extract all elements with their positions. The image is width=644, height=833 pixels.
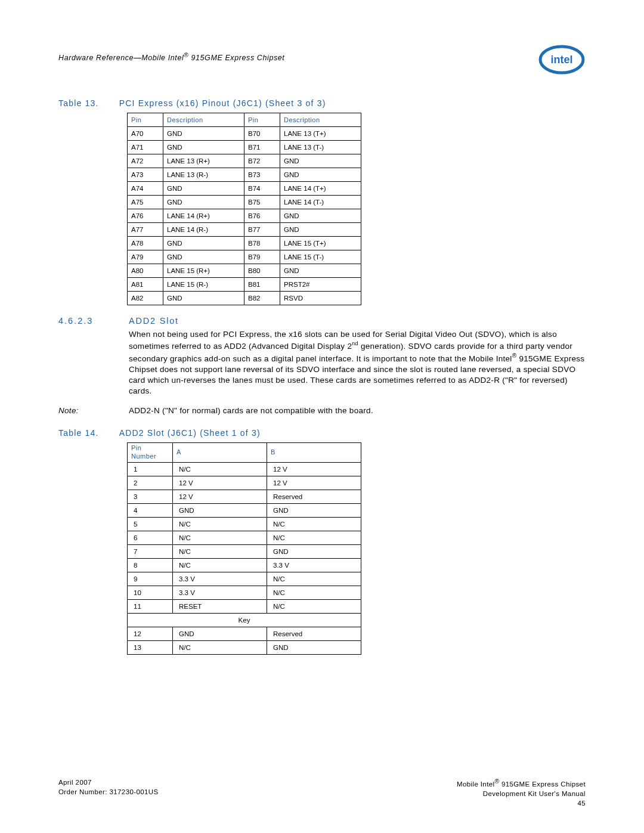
note-row: Note: ADD2-N ("N" for normal) cards are …	[58, 406, 586, 415]
table-cell: GND	[163, 237, 244, 250]
table-cell: N/C	[173, 544, 267, 558]
table13: Pin Description Pin Description A70GNDB7…	[127, 113, 361, 305]
table-cell: LANE 15 (R-)	[163, 278, 244, 292]
table14-header-row: Pin Number A B	[128, 443, 361, 463]
table-row: A81LANE 15 (R-)B81PRST2#	[128, 278, 361, 292]
table-row: A79GNDB79LANE 15 (T-)	[128, 250, 361, 264]
running-head-pre: Hardware Reference—Mobile Intel	[58, 54, 184, 62]
table-cell: LANE 15 (T-)	[280, 250, 361, 264]
table-cell: N/C	[173, 558, 267, 572]
section-paragraph: When not being used for PCI Express, the…	[129, 329, 586, 397]
table-cell: 3.3 V	[173, 586, 267, 599]
table-cell: B76	[244, 209, 280, 223]
table-cell: A79	[128, 250, 163, 264]
table-cell: Reserved	[267, 490, 361, 503]
table-cell: B74	[244, 182, 280, 196]
running-head-post: 915GME Express Chipset	[188, 54, 284, 62]
table-cell: A70	[128, 127, 163, 141]
footer-page-num: 45	[457, 798, 586, 808]
table-cell: LANE 15 (R+)	[163, 264, 244, 278]
table14-caption-text: ADD2 Slot (J6C1) (Sheet 1 of 3)	[119, 428, 261, 438]
intel-logo: intel	[538, 45, 586, 75]
table-cell: LANE 13 (T+)	[280, 127, 361, 141]
table-cell: GND	[163, 141, 244, 154]
section-number: 4.6.2.3	[58, 316, 129, 326]
table-row: 8N/C3.3 V	[128, 558, 361, 572]
table-cell: GND	[163, 182, 244, 196]
table-cell: RESET	[173, 599, 267, 613]
th-col-b: B	[267, 443, 361, 463]
section-title: ADD2 Slot	[129, 316, 179, 326]
table-cell: 3.3 V	[173, 572, 267, 586]
table-cell: 3	[128, 490, 173, 503]
table-cell: 9	[128, 572, 173, 586]
table-cell: B78	[244, 237, 280, 250]
table-cell: 12 V	[173, 490, 267, 503]
table-cell: 5	[128, 517, 173, 531]
table-cell: B71	[244, 141, 280, 154]
table-cell: 11	[128, 599, 173, 613]
table-cell: N/C	[173, 531, 267, 544]
table-cell: A71	[128, 141, 163, 154]
table-cell: B70	[244, 127, 280, 141]
footer-product: Mobile Intel® 915GME Express Chipset	[457, 778, 586, 789]
table-cell: 12 V	[267, 462, 361, 476]
table-row: 312 VReserved	[128, 490, 361, 503]
table-row: A70GNDB70LANE 13 (T+)	[128, 127, 361, 141]
table-cell: N/C	[267, 599, 361, 613]
table14-caption: Table 14.ADD2 Slot (J6C1) (Sheet 1 of 3)	[58, 428, 586, 438]
table-cell: N/C	[267, 586, 361, 599]
table-row: A71GNDB71LANE 13 (T-)	[128, 141, 361, 154]
table-cell: A76	[128, 209, 163, 223]
table-cell: LANE 14 (R+)	[163, 209, 244, 223]
table-row: 13N/CGND	[128, 640, 361, 654]
table14: Pin Number A B 1N/C12 V212 V12 V312 VRes…	[127, 442, 361, 655]
table-cell: LANE 13 (R-)	[163, 168, 244, 182]
table13-caption-text: PCI Express (x16) Pinout (J6C1) (Sheet 3…	[119, 98, 326, 108]
table-cell: GND	[267, 640, 361, 654]
table-cell: GND	[267, 544, 361, 558]
table-cell: LANE 13 (R+)	[163, 154, 244, 168]
intel-logo-icon: intel	[538, 45, 586, 75]
table-cell: LANE 14 (T-)	[280, 196, 361, 209]
table-cell: A73	[128, 168, 163, 182]
table-cell: GND	[173, 503, 267, 517]
table-cell: 6	[128, 531, 173, 544]
table-row: A82GNDB82RSVD	[128, 292, 361, 305]
table-cell: RSVD	[280, 292, 361, 305]
table13-caption: Table 13.PCI Express (x16) Pinout (J6C1)…	[58, 98, 586, 108]
table-cell: B72	[244, 154, 280, 168]
th-pinnum: Pin Number	[128, 443, 173, 463]
table-cell: GND	[280, 209, 361, 223]
footer-product-pre: Mobile Intel	[457, 781, 495, 788]
note-label: Note:	[58, 406, 129, 415]
table-row: A77LANE 14 (R-)B77GND	[128, 223, 361, 237]
table-cell: B82	[244, 292, 280, 305]
footer-product-post: 915GME Express Chipset	[499, 781, 586, 788]
table-row: 11RESETN/C	[128, 599, 361, 613]
table-row: 4GNDGND	[128, 503, 361, 517]
table-cell: GND	[163, 292, 244, 305]
th-pinnum-text: Pin Number	[131, 444, 156, 460]
table-cell: 8	[128, 558, 173, 572]
table-cell: GND	[163, 127, 244, 141]
table-key-row: Key	[128, 613, 361, 627]
table-cell: A78	[128, 237, 163, 250]
th-pin-b: Pin	[244, 113, 280, 127]
table-cell: GND	[163, 250, 244, 264]
table-cell: A72	[128, 154, 163, 168]
table-cell: GND	[280, 223, 361, 237]
table-row: 103.3 VN/C	[128, 586, 361, 599]
table-cell: A81	[128, 278, 163, 292]
table-cell: A74	[128, 182, 163, 196]
table-row: A72LANE 13 (R+)B72GND	[128, 154, 361, 168]
table-cell: B80	[244, 264, 280, 278]
table-cell: N/C	[173, 640, 267, 654]
table13-header-row: Pin Description Pin Description	[128, 113, 361, 127]
table-cell: B81	[244, 278, 280, 292]
table-row: 93.3 VN/C	[128, 572, 361, 586]
table-row: A73LANE 13 (R-)B73GND	[128, 168, 361, 182]
section-heading: 4.6.2.3 ADD2 Slot	[58, 316, 586, 326]
page-footer: April 2007 Order Number: 317230-001US Mo…	[58, 778, 586, 808]
table-cell: 3.3 V	[267, 558, 361, 572]
